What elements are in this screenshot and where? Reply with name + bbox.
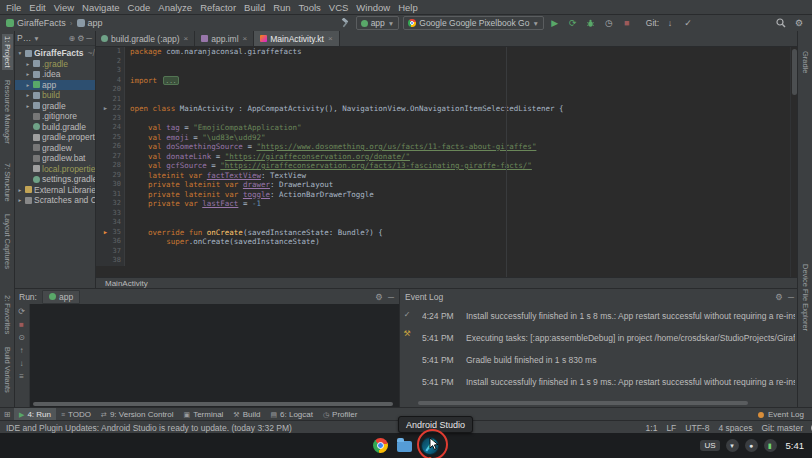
close-icon[interactable]: × xyxy=(184,34,189,43)
code-line[interactable]: 2 xyxy=(95,57,798,67)
code-line[interactable]: 38 xyxy=(95,256,798,266)
gear-icon[interactable]: ⚙ xyxy=(775,292,783,302)
breadcrumb-project[interactable]: GiraffeFacts xyxy=(6,18,66,28)
mark-all-read-icon[interactable]: ✓ xyxy=(404,310,411,319)
menu-file[interactable]: File xyxy=(2,2,25,13)
close-icon[interactable]: × xyxy=(243,34,248,43)
stop-button[interactable]: ■ xyxy=(620,17,634,30)
project-item-app[interactable]: ▸app xyxy=(14,80,95,91)
project-item-idea[interactable]: ▸.idea xyxy=(14,69,95,80)
menu-view[interactable]: View xyxy=(50,2,78,13)
code-line[interactable]: 37 xyxy=(95,247,798,257)
code-line[interactable]: ▶22open class MainActivity : AppCompatAc… xyxy=(95,104,798,114)
tree-arrow-icon[interactable]: ▸ xyxy=(25,82,31,88)
breadcrumb-module[interactable]: app xyxy=(77,18,103,28)
project-item-gradlew-bat[interactable]: gradlew.bat xyxy=(14,153,95,164)
project-item-scratches-and-consoles[interactable]: ▸Scratches and Consoles xyxy=(14,195,95,206)
event-log-entry[interactable]: 5:41 PMGradle build finished in 1 s 830 … xyxy=(422,355,795,365)
code-line[interactable]: 36 super.onCreate(savedInstanceState) xyxy=(95,237,798,247)
menu-run[interactable]: Run xyxy=(269,2,294,13)
hide-panel-icon[interactable]: ─ xyxy=(86,34,92,43)
menu-vcs[interactable]: VCS xyxy=(325,2,353,13)
code-line[interactable]: 31 private lateinit var toggle: ActionBa… xyxy=(95,190,798,200)
tool-stripe-gradle[interactable]: Gradle xyxy=(800,49,811,76)
code-line[interactable]: 27 val donateLink = "https://giraffecons… xyxy=(95,152,798,162)
project-item-external-libraries[interactable]: ▸External Libraries xyxy=(14,185,95,196)
scroll-down-icon[interactable]: ↓ xyxy=(20,359,24,368)
git-commit-button[interactable]: ✓ xyxy=(681,17,695,30)
expand-all-icon[interactable]: ⊕ xyxy=(68,34,75,43)
rerun-icon[interactable]: ⟳ xyxy=(18,307,25,316)
status-message[interactable]: IDE and Plugin Updates: Android Studio i… xyxy=(6,423,638,433)
tree-arrow-icon[interactable]: ▸ xyxy=(17,197,23,203)
chrome-taskbar-icon[interactable] xyxy=(373,438,388,453)
menu-analyze[interactable]: Analyze xyxy=(154,2,196,13)
run-line-marker-icon[interactable]: ▶ xyxy=(102,228,109,238)
code-line[interactable]: ▶35 override fun onCreate(savedInstanceS… xyxy=(95,228,798,238)
tool-stripe-1-project[interactable]: 1: Project xyxy=(2,34,13,70)
project-item-local-properties[interactable]: local.properties xyxy=(14,164,95,175)
class-marker-icon[interactable]: ▶ xyxy=(102,104,109,114)
status-git-master[interactable]: Git: master xyxy=(761,423,803,433)
menu-refactor[interactable]: Refactor xyxy=(196,2,240,13)
tree-arrow-icon[interactable]: ▸ xyxy=(25,61,31,67)
project-item-build[interactable]: ▸build xyxy=(14,90,95,101)
menu-build[interactable]: Build xyxy=(240,2,269,13)
soft-wrap-icon[interactable]: ≡ xyxy=(19,372,24,381)
editor-tab-build-gradle-app[interactable]: build.gradle (:app)× xyxy=(95,31,195,46)
status-utf-8[interactable]: UTF-8 xyxy=(685,423,709,433)
code-line[interactable]: 28 val gcfSource = "https://giraffeconse… xyxy=(95,161,798,171)
run-console[interactable] xyxy=(30,304,399,408)
scroll-up-icon[interactable]: ↑ xyxy=(20,346,24,355)
code-line[interactable]: 23 xyxy=(95,114,798,124)
close-icon[interactable]: × xyxy=(328,34,333,43)
notification-icon[interactable]: ● xyxy=(745,439,758,452)
keyboard-layout-indicator[interactable]: US xyxy=(700,440,719,451)
code-line[interactable]: 30 private lateinit var drawer: DrawerLa… xyxy=(95,180,798,190)
code-line[interactable]: 32 private var lastFact = -1 xyxy=(95,199,798,209)
status-lf[interactable]: LF xyxy=(666,423,676,433)
code-line[interactable]: 26 val doSomethingSource = "https://www.… xyxy=(95,142,798,152)
settings-gear-icon[interactable]: ⚙ xyxy=(792,17,806,30)
code-line[interactable]: 34 xyxy=(95,218,798,228)
tree-arrow-icon[interactable]: ▸ xyxy=(25,71,31,77)
run-tab-app[interactable]: app xyxy=(42,290,80,304)
stop-icon[interactable]: ■ xyxy=(19,320,24,329)
gear-icon[interactable]: ⚙ xyxy=(375,292,383,302)
tool-stripe-layout-captures[interactable]: Layout Captures xyxy=(2,212,13,271)
tree-arrow-icon[interactable]: ▾ xyxy=(17,50,23,56)
tree-arrow-icon[interactable]: ▸ xyxy=(25,92,31,98)
menu-navigate[interactable]: Navigate xyxy=(78,2,124,13)
project-item-build-gradle[interactable]: build.gradle xyxy=(14,122,95,133)
editor-tab-mainactivity-kt[interactable]: MainActivity.kt× xyxy=(254,31,339,46)
event-log-entry[interactable]: 5:41 PMInstall successfully finished in … xyxy=(422,377,795,387)
menu-edit[interactable]: Edit xyxy=(25,2,49,13)
event-log-scrollbar[interactable] xyxy=(418,401,748,405)
restart-activity-icon[interactable]: ⊙ xyxy=(18,333,25,342)
tool-stripe-build-variants[interactable]: Build Variants xyxy=(2,345,13,395)
android-studio-taskbar-icon[interactable] xyxy=(421,437,439,455)
editor[interactable]: 1package com.naranjaconsal.giraffefacts2… xyxy=(95,47,798,277)
project-item-gradle-properties[interactable]: gradle.properties xyxy=(14,132,95,143)
project-item-gradlew[interactable]: gradlew xyxy=(14,143,95,154)
tool-stripe-device-file-explorer[interactable]: Device File Explorer xyxy=(800,262,811,333)
volume-icon[interactable]: ▾ xyxy=(726,439,739,452)
code-line[interactable]: 25 val emoji = "\ud83e\udd92" xyxy=(95,133,798,143)
code-line[interactable]: 3 xyxy=(95,66,798,76)
tree-arrow-icon[interactable]: ▸ xyxy=(25,103,31,109)
menu-help[interactable]: Help xyxy=(394,2,422,13)
editor-tab-app-iml[interactable]: app.iml× xyxy=(195,31,254,46)
tool-stripe-7-structure[interactable]: 7: Structure xyxy=(2,161,13,204)
search-everywhere-icon[interactable] xyxy=(774,17,788,30)
run-button[interactable]: ▶ xyxy=(548,17,562,30)
gear-icon[interactable]: ⚙ xyxy=(77,34,84,43)
chevron-down-icon[interactable]: ▼ xyxy=(33,35,39,42)
status-4-spaces[interactable]: 4 spaces xyxy=(718,423,752,433)
code-line[interactable]: 24 val tag = "EmojiCompatApplication" xyxy=(95,123,798,133)
wrench-icon[interactable]: ⚒ xyxy=(403,329,410,338)
code-line[interactable]: 4import ... xyxy=(95,76,798,86)
profile-button[interactable]: ◷ xyxy=(602,17,616,30)
run-console-scrollbar[interactable] xyxy=(33,402,393,406)
breadcrumb-class[interactable]: MainActivity xyxy=(105,279,148,288)
files-taskbar-icon[interactable] xyxy=(397,439,412,452)
